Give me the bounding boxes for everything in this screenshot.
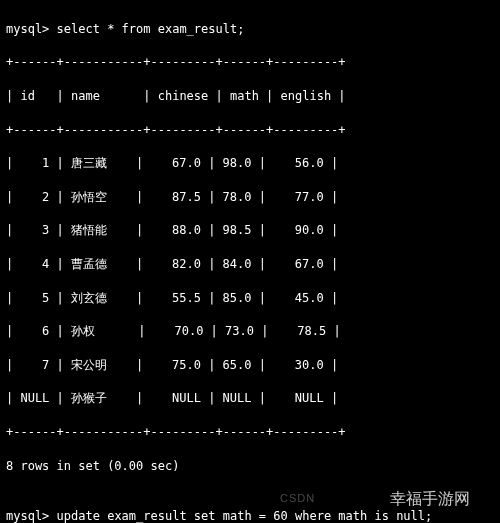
mysql-prompt: mysql>	[6, 22, 57, 36]
table-header: | id | name | chinese | math | english |	[6, 88, 494, 105]
table-row: | NULL | 孙猴子 | NULL | NULL | NULL |	[6, 390, 494, 407]
query-line: mysql> select * from exam_result;	[6, 21, 494, 38]
mysql-terminal[interactable]: mysql> select * from exam_result; +-----…	[0, 0, 500, 523]
sql-update: update exam_result set math = 60 where m…	[57, 509, 433, 523]
rows-summary: 8 rows in set (0.00 sec)	[6, 458, 494, 475]
mysql-prompt: mysql>	[6, 509, 57, 523]
table-row: | 2 | 孙悟空 | 87.5 | 78.0 | 77.0 |	[6, 189, 494, 206]
table-row: | 5 | 刘玄德 | 55.5 | 85.0 | 45.0 |	[6, 290, 494, 307]
table-border: +------+-----------+---------+------+---…	[6, 122, 494, 139]
table-border: +------+-----------+---------+------+---…	[6, 424, 494, 441]
table-row: | 1 | 唐三藏 | 67.0 | 98.0 | 56.0 |	[6, 155, 494, 172]
table-row: | 7 | 宋公明 | 75.0 | 65.0 | 30.0 |	[6, 357, 494, 374]
table-border: +------+-----------+---------+------+---…	[6, 54, 494, 71]
sql-select-1: select * from exam_result;	[57, 22, 245, 36]
table-row: | 4 | 曹孟德 | 82.0 | 84.0 | 67.0 |	[6, 256, 494, 273]
table-row: | 6 | 孙权 | 70.0 | 73.0 | 78.5 |	[6, 323, 494, 340]
query-line: mysql> update exam_result set math = 60 …	[6, 508, 494, 523]
table-row: | 3 | 猪悟能 | 88.0 | 98.5 | 90.0 |	[6, 222, 494, 239]
